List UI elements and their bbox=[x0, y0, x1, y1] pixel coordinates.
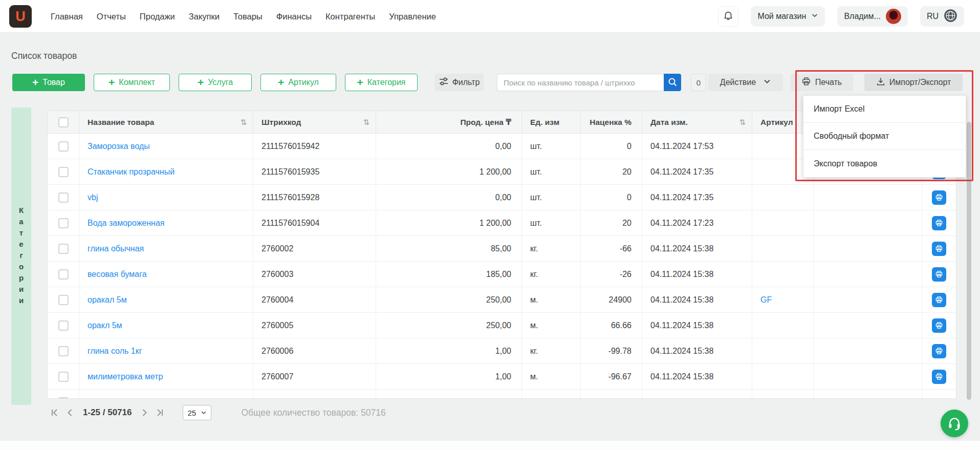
add-sku-label: Артикул bbox=[288, 78, 319, 87]
printer-icon bbox=[801, 77, 811, 88]
nav-item-4[interactable]: Закупки bbox=[189, 12, 220, 22]
chevron-down-icon bbox=[811, 12, 818, 21]
row-checkbox[interactable] bbox=[58, 295, 69, 305]
date-cell: 04.11.2024 15:38 bbox=[642, 236, 752, 261]
sku-cell bbox=[752, 262, 814, 287]
prev-page-button[interactable] bbox=[62, 408, 78, 418]
row-checkbox[interactable] bbox=[58, 244, 69, 254]
next-page-button[interactable] bbox=[137, 408, 152, 418]
row-print-button[interactable] bbox=[932, 293, 946, 307]
row-print-button[interactable] bbox=[932, 267, 946, 282]
table-row-partial bbox=[48, 390, 956, 399]
add-kit-button[interactable]: + Комплект bbox=[94, 74, 170, 91]
menu-item-label: Экспорт товаров bbox=[814, 159, 877, 168]
product-name-link[interactable]: весовая бумага bbox=[88, 270, 147, 279]
page-size-select[interactable]: 25 bbox=[183, 405, 211, 420]
import-export-menu-item[interactable]: Импорт Excel bbox=[803, 96, 966, 123]
add-product-button[interactable]: + Товар bbox=[12, 74, 85, 91]
product-name-link[interactable]: Вода замороженная bbox=[88, 219, 164, 228]
row-checkbox[interactable] bbox=[58, 346, 69, 356]
row-checkbox[interactable] bbox=[58, 141, 69, 152]
row-checkbox[interactable] bbox=[58, 167, 69, 177]
column-header-barcode[interactable]: Штрихкод ⇅ bbox=[253, 111, 376, 133]
sku-link[interactable]: GF bbox=[760, 295, 772, 305]
add-service-button[interactable]: + Услуга bbox=[179, 74, 252, 91]
barcode-cell: 2760002 bbox=[253, 236, 376, 261]
barcode-cell: 2111576015928 bbox=[253, 185, 376, 210]
spacer-cell bbox=[814, 364, 922, 389]
row-checkbox[interactable] bbox=[58, 192, 69, 203]
unit-cell: м. bbox=[522, 287, 581, 312]
nav-item-6[interactable]: Финансы bbox=[276, 12, 312, 22]
nav-item-2[interactable]: Отчеты bbox=[97, 12, 126, 22]
unit-cell: кг. bbox=[522, 338, 581, 363]
price-cell: 1,00 bbox=[376, 338, 522, 363]
nav-item-7[interactable]: Контрагенты bbox=[325, 12, 375, 22]
first-page-button[interactable] bbox=[47, 408, 62, 418]
date-cell: 04.11.2024 17:35 bbox=[642, 159, 752, 184]
sort-icon[interactable]: ⇅ bbox=[240, 118, 247, 127]
date-cell: 04.11.2024 17:35 bbox=[642, 185, 752, 210]
app-logo[interactable]: U bbox=[9, 5, 32, 28]
user-avatar bbox=[886, 9, 901, 24]
markup-cell: 20 bbox=[581, 210, 642, 235]
row-checkbox[interactable] bbox=[58, 269, 69, 280]
row-print-button[interactable] bbox=[932, 344, 946, 358]
store-selector[interactable]: Мой магазин bbox=[751, 6, 825, 27]
product-name-link[interactable]: vbj bbox=[88, 193, 98, 202]
sort-icon[interactable]: ⇅ bbox=[363, 118, 369, 127]
row-checkbox[interactable] bbox=[58, 218, 69, 228]
row-print-button[interactable] bbox=[932, 242, 946, 256]
last-page-button[interactable] bbox=[152, 408, 167, 418]
plus-icon: + bbox=[32, 77, 38, 88]
date-cell bbox=[642, 390, 752, 399]
column-header-modified[interactable]: Дата изм. ⇅ bbox=[642, 111, 752, 133]
nav-item-3[interactable]: Продажи bbox=[140, 12, 175, 22]
language-selector[interactable]: RU bbox=[920, 6, 964, 27]
markup-cell: 66.66 bbox=[581, 313, 642, 338]
row-print-button[interactable] bbox=[932, 318, 946, 333]
nav-item-5[interactable]: Товары bbox=[233, 12, 263, 22]
row-checkbox[interactable] bbox=[58, 397, 69, 399]
row-checkbox[interactable] bbox=[58, 372, 69, 382]
price-cell: 250,00 bbox=[376, 287, 522, 312]
markup-cell: 24900 bbox=[581, 287, 642, 312]
column-header-name[interactable]: Название товара ⇅ bbox=[79, 111, 253, 133]
row-print-button[interactable] bbox=[932, 370, 946, 384]
nav-item-1[interactable]: Главная bbox=[51, 12, 83, 22]
product-name-link[interactable]: оракл 5м bbox=[88, 321, 122, 330]
vertical-scrollbar-thumb[interactable] bbox=[967, 122, 971, 400]
name-cell: милиметровка метр bbox=[79, 364, 253, 389]
search-input[interactable] bbox=[497, 74, 664, 91]
unit-cell bbox=[522, 390, 581, 399]
row-print-button[interactable] bbox=[932, 216, 946, 230]
categories-panel-toggle[interactable]: Категории bbox=[11, 108, 31, 405]
page-bottom-strip bbox=[0, 441, 980, 450]
user-menu[interactable]: Владим... bbox=[837, 6, 908, 27]
notifications-button[interactable] bbox=[718, 6, 738, 27]
filter-button[interactable]: Фильтр bbox=[435, 74, 484, 91]
nav-item-8[interactable]: Управление bbox=[389, 12, 436, 22]
product-name-link[interactable]: Стаканчик прозрачный bbox=[88, 167, 175, 177]
product-name-link[interactable]: Заморозка воды bbox=[88, 142, 150, 151]
action-dropdown-button[interactable]: Действие bbox=[708, 74, 783, 91]
support-button[interactable] bbox=[941, 410, 968, 437]
add-category-button[interactable]: + Категория bbox=[345, 74, 418, 91]
sort-icon[interactable]: ⇅ bbox=[739, 118, 746, 127]
product-name-link[interactable]: оракал 5м bbox=[88, 295, 127, 305]
date-cell: 04.11.2024 15:38 bbox=[642, 313, 752, 338]
product-name-link[interactable]: милиметровка метр bbox=[88, 372, 163, 381]
add-sku-button[interactable]: + Артикул bbox=[260, 74, 336, 91]
import-export-menu-item[interactable]: Свободный формат bbox=[803, 123, 966, 150]
row-checkbox[interactable] bbox=[58, 320, 69, 331]
search-button[interactable] bbox=[664, 74, 681, 91]
import-export-button[interactable]: Импорт/Экспорт bbox=[864, 74, 963, 91]
product-name-link[interactable]: глина соль 1кг bbox=[88, 347, 142, 356]
import-export-menu-item[interactable]: Экспорт товаров bbox=[803, 150, 966, 177]
select-all-checkbox[interactable] bbox=[58, 117, 69, 127]
row-print-button[interactable] bbox=[932, 190, 946, 205]
print-button[interactable]: Печать bbox=[790, 74, 853, 91]
menu-item-label: Свободный формат bbox=[814, 132, 889, 141]
product-name-link[interactable]: глина обычная bbox=[88, 244, 144, 253]
plus-icon: + bbox=[198, 77, 204, 88]
